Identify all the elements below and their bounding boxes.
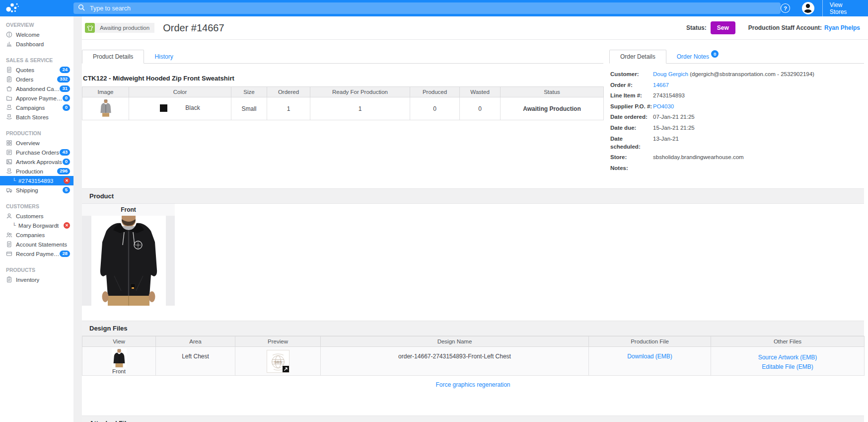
sidebar-item-campaigns[interactable]: Campaigns 0 [0,103,73,112]
sidebar-item-production[interactable]: Production 296 [0,167,73,176]
field-customer: Customer: Doug Gergich (dgergich@sbstran… [610,70,864,78]
design-view-thumbnail[interactable] [112,348,127,367]
status-button[interactable]: Sew [711,21,735,34]
sidebar-section-production: PRODUCTION [0,129,73,138]
col-design-name: Design Name [321,337,589,347]
count-badge: 28 [60,251,70,257]
page-title: Order #14667 [163,22,224,34]
store-value: sbsholiday.brandingwearhouse.com [653,153,744,161]
ordered-cell: 1 [267,97,310,120]
preview-cell [235,347,321,376]
design-preview-thumbnail[interactable] [267,350,289,373]
search-input[interactable] [89,4,776,12]
col-view: View [82,337,156,347]
order-header: Awaiting production Order #14667 Status:… [82,16,868,40]
search-bar[interactable] [73,2,781,14]
editable-file-link[interactable]: Editable File (EMB) [713,362,862,372]
order-number-link[interactable]: 14667 [653,82,669,88]
order-content: Product Details History CTK122 - Midweig… [82,50,868,422]
tab-order-notes[interactable]: Order Notes0 [666,50,729,63]
sidebar-item-shipping[interactable]: Shipping 5 [0,185,73,195]
product-name-heading: CTK122 - Midweight Hooded Zip Front Swea… [83,75,603,82]
image-icon [6,159,12,165]
customer-link[interactable]: Doug Gergich [653,71,688,77]
product-tabs: Product Details History [82,50,603,64]
wasted-cell: 0 [460,97,501,120]
sidebar-item-artwork-approvals[interactable]: Artwork Approvals 0 [0,157,73,167]
view-stores-button[interactable]: View Stores [822,0,868,16]
count-badge: 43 [60,149,70,156]
line-item-table: Image Color Size Ordered Ready For Produ… [82,86,604,120]
field-store: Store: sbsholiday.brandingwearhouse.com [610,153,864,161]
folder-icon [6,95,12,101]
field-line-item: Line Item #: 2743154893 [610,91,864,99]
notes-count-badge: 0 [711,50,719,58]
product-details-panel: Product Details History CTK122 - Midweig… [82,50,603,174]
sidebar-item-quotes[interactable]: Quotes 24 [0,65,73,75]
search-icon [78,4,89,12]
sidebar-item-welcome[interactable]: Welcome [0,30,73,39]
ready-for-production-cell: 1 [310,97,410,120]
field-notes: Notes: [610,164,864,172]
tab-history[interactable]: History [144,50,183,63]
status-label: Status: [686,24,707,31]
force-graphics-regeneration-link[interactable]: Force graphics regeneration [435,381,510,388]
sidebar: OVERVIEW Welcome Dashboard SALES & SERVI… [0,16,73,422]
sidebar-item-dashboard[interactable]: Dashboard [0,39,73,49]
tree-branch-icon: └ [12,223,16,228]
top-bar: ? View Stores [0,0,868,16]
col-produced: Produced [410,87,460,97]
sidebar-section-products: PRODUCTS [0,265,73,275]
view-front-label: Front [82,204,175,216]
sidebar-item-line-item-2743154893[interactable]: └ #2743154893 ✕ [0,176,73,185]
sidebar-item-batch-stores[interactable]: Batch Stores [0,112,73,122]
design-name-cell: order-14667-2743154893-Front-Left Chest [321,347,589,376]
color-cell: Black [129,97,231,120]
sidebar-item-approve-payments[interactable]: Approve Payments 0 [0,93,73,103]
view-cell: Front [82,347,156,376]
sidebar-item-inventory[interactable]: Inventory [0,275,73,284]
col-ordered: Ordered [267,87,310,97]
file-text-icon [6,149,12,156]
date-scheduled-value: 13-Jan-21 [653,135,679,151]
grid-icon [6,140,12,146]
field-date-due: Date due: 15-Jan-21 21:25 [610,124,864,132]
clipboard-icon [6,76,12,83]
sidebar-item-orders[interactable]: Orders 332 [0,75,73,84]
sidebar-section-customers: CUSTOMERS [0,202,73,211]
product-image-cell[interactable] [82,97,129,120]
design-files-section: Design Files View Area Preview Design Na… [82,321,864,388]
sidebar-item-companies[interactable]: Companies [0,230,73,240]
supplier-po-link[interactable]: PO4030 [653,103,674,109]
status-cell: Awaiting Production [501,97,604,120]
clipboard-icon [6,276,12,283]
sidebar-item-customers[interactable]: Customers [0,211,73,221]
shopping-basket-icon [6,85,12,92]
sidebar-item-abandoned-carts[interactable]: Abandoned Carts 31 [0,84,73,93]
tab-product-details[interactable]: Product Details [82,50,144,64]
expand-icon[interactable] [283,366,289,372]
product-view-card: Front [82,204,175,306]
user-icon [6,213,12,219]
customer-contact: (dgergich@sbstransportation.com - 253290… [688,71,814,77]
color-swatch-black [160,104,167,112]
tree-branch-icon: └ [12,178,16,183]
sidebar-item-record-payments[interactable]: Record Payments 28 [0,249,73,258]
product-front-image[interactable] [91,216,166,306]
error-badge: ✕ [64,222,70,229]
sidebar-item-account-statements[interactable]: Account Statements [0,240,73,249]
sidebar-item-mary-borgwardt[interactable]: └ Mary Borgwardt ✕ [0,221,73,230]
col-ready-for-production: Ready For Production [310,87,410,97]
app-root: ? View Stores OVERVIEW Welcome Dashboard… [0,0,868,422]
col-production-file: Production File [589,337,711,347]
staff-account-link[interactable]: Ryan Phelps [824,24,860,31]
sidebar-item-purchase-orders[interactable]: Purchase Orders 43 [0,148,73,157]
help-icon[interactable]: ? [781,3,790,13]
order-status-chip-label: Awaiting production [95,23,154,33]
tab-order-details[interactable]: Order Details [609,50,666,64]
app-logo[interactable] [0,1,73,15]
user-avatar[interactable] [802,2,814,14]
download-emb-link[interactable]: Download (EMB) [627,353,672,360]
source-artwork-link[interactable]: Source Artwork (EMB) [713,353,862,362]
sidebar-item-overview[interactable]: Overview [0,138,73,148]
